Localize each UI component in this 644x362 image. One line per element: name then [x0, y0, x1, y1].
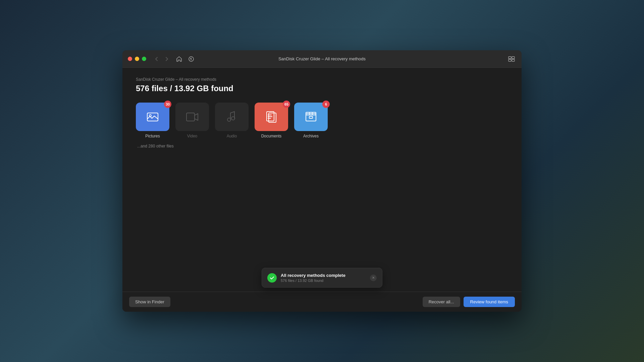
- view-toggle-button[interactable]: [507, 54, 516, 64]
- pictures-label: Pictures: [145, 134, 160, 138]
- archives-label: Archives: [303, 134, 319, 138]
- show-in-finder-button[interactable]: Show in Finder: [129, 297, 170, 307]
- toast-text-container: All recovery methods complete 576 files …: [281, 273, 366, 283]
- audio-icon-bg: [215, 103, 249, 131]
- nav-buttons: [152, 54, 172, 64]
- svg-rect-3: [508, 59, 511, 61]
- svg-rect-19: [309, 116, 313, 118]
- video-label: Video: [187, 134, 197, 138]
- titlebar: SanDisk Cruzer Glide – All recovery meth…: [122, 50, 522, 68]
- maximize-button[interactable]: [142, 57, 146, 61]
- breadcrumb: SanDisk Cruzer Glide – All recovery meth…: [136, 77, 508, 82]
- back-button[interactable]: [152, 54, 161, 64]
- toast-success-icon: [267, 273, 277, 283]
- archives-badge: 6: [322, 101, 330, 108]
- bottom-bar: Show in Finder Recover all... Review fou…: [122, 292, 522, 312]
- svg-rect-2: [512, 57, 515, 59]
- app-window: SanDisk Cruzer Glide – All recovery meth…: [122, 50, 522, 312]
- main-content: SanDisk Cruzer Glide – All recovery meth…: [122, 68, 522, 292]
- file-card-documents[interactable]: 65 Documents: [255, 103, 288, 138]
- video-icon-bg: [175, 103, 209, 131]
- pictures-badge: 30: [164, 101, 171, 108]
- toast-title: All recovery methods complete: [281, 273, 366, 278]
- review-found-items-button[interactable]: Review found items: [464, 297, 515, 307]
- traffic-lights: [128, 57, 146, 61]
- recovery-mode-button[interactable]: [186, 54, 196, 64]
- documents-icon-bg: 65: [255, 103, 288, 131]
- svg-rect-7: [186, 113, 195, 121]
- toast-subtitle: 576 files / 13.92 GB found: [281, 279, 366, 283]
- minimize-button[interactable]: [135, 57, 139, 61]
- file-card-video[interactable]: Video: [175, 103, 209, 138]
- other-files-text: ...and 280 other files: [137, 144, 508, 148]
- documents-badge: 65: [283, 101, 290, 108]
- svg-rect-1: [508, 57, 511, 59]
- file-card-audio[interactable]: Audio: [215, 103, 249, 138]
- archives-icon-bg: 6: [294, 103, 328, 131]
- close-button[interactable]: [128, 57, 132, 61]
- pictures-icon-bg: 30: [136, 103, 169, 131]
- window-title: SanDisk Cruzer Glide – All recovery meth…: [278, 56, 366, 61]
- toast-notification: All recovery methods complete 576 files …: [262, 268, 382, 288]
- forward-button[interactable]: [162, 54, 172, 64]
- toast-close-button[interactable]: ✕: [370, 275, 377, 281]
- file-grid: 30 Pictures Video: [136, 103, 508, 138]
- home-button[interactable]: [174, 54, 184, 64]
- file-card-archives[interactable]: 6 Archives: [294, 103, 328, 138]
- svg-rect-4: [512, 59, 515, 61]
- documents-label: Documents: [261, 134, 282, 138]
- page-title: 576 files / 13.92 GB found: [136, 84, 508, 93]
- audio-label: Audio: [227, 134, 237, 138]
- file-card-pictures[interactable]: 30 Pictures: [136, 103, 169, 138]
- recover-all-button[interactable]: Recover all...: [423, 297, 460, 307]
- bottom-right-buttons: Recover all... Review found items: [423, 297, 515, 307]
